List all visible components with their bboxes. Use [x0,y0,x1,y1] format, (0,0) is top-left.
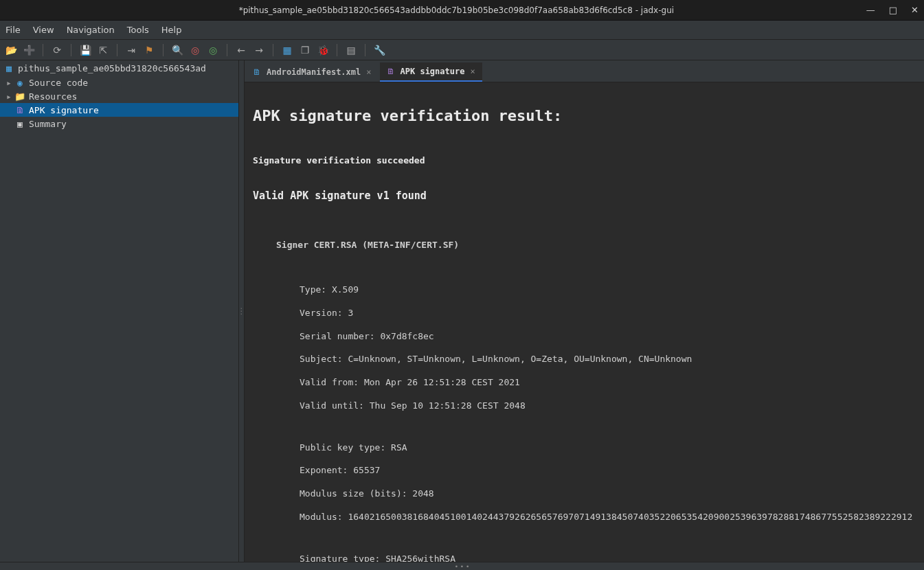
main-split: ▦ pithus_sample_ae05bbd31820c566543ad ▸ … [0,60,924,562]
key-line: Modulus size (bits): 2048 [253,488,916,500]
summary-icon: ▣ [14,119,26,129]
settings-icon[interactable]: 🔧 [372,43,386,57]
flag-icon[interactable]: ⚑ [142,43,156,57]
separator [273,44,273,56]
wrap-icon[interactable]: ❐ [298,43,312,57]
window-title: *pithus_sample_ae05bbd31820c566543addbb0… [47,5,866,15]
split-handle[interactable]: ⋮ [239,60,245,562]
key-line: Exponent: 65537 [253,465,916,477]
chevron-right-icon: ▸ [4,78,14,88]
log-icon[interactable]: ▤ [344,43,358,57]
tab-label: AndroidManifest.xml [267,67,361,77]
export-icon[interactable]: ⇱ [96,43,110,57]
chevron-right-icon: ▸ [4,91,14,102]
close-tab-icon[interactable]: × [470,67,475,76]
search-icon[interactable]: 🔍 [170,43,184,57]
menu-view[interactable]: View [33,25,54,35]
page-title: APK signature verification result: [253,106,916,126]
cert-line: Version: 3 [253,308,916,319]
menu-navigation[interactable]: Navigation [67,25,115,35]
tree-item-label: Source code [29,78,88,88]
key-line: Public key type: RSA [253,442,916,454]
deobf-icon[interactable]: ▦ [280,43,294,57]
separator [117,44,117,56]
signer-heading: Signer CERT.RSA (META-INF/CERT.SF) [253,240,916,251]
separator [163,44,164,56]
tab-android-manifest[interactable]: 🗎 AndroidManifest.xml × [246,62,379,82]
tree-item-label: Resources [29,91,77,102]
tree-item-label: Summary [29,119,67,129]
certificate-icon: 🗎 [387,67,395,76]
add-file-icon[interactable]: ➕ [22,43,36,57]
separator [43,44,43,56]
tree-item-label: APK signature [29,105,99,115]
editor-view[interactable]: APK signature verification result: Signa… [245,82,924,562]
minimize-button[interactable]: — [866,5,875,15]
target2-icon[interactable]: ◎ [206,43,220,57]
cert-line: Valid until: Thu Sep 10 12:51:28 CEST 20… [253,400,916,412]
toolbar: 📂 ➕ ⟳ 💾 ⇱ ⇥ ⚑ 🔍 ◎ ◎ ← → ▦ ❐ 🐞 ▤ 🔧 [0,40,924,60]
back-icon[interactable]: ← [234,43,248,57]
separator [71,44,71,56]
close-tab-icon[interactable]: × [366,67,371,77]
separator [365,44,365,56]
separator [337,44,337,56]
tree-item-summary[interactable]: ▣ Summary [0,117,238,130]
collapse-icon[interactable]: ⇥ [124,43,138,57]
separator [227,44,227,56]
close-window-button[interactable]: ✕ [911,5,919,15]
titlebar: *pithus_sample_ae05bbd31820c566543addbb0… [0,0,924,21]
save-icon[interactable]: 💾 [78,43,92,57]
app-icon: ▦ [3,63,15,73]
cert-line: Valid from: Mon Apr 26 12:51:28 CEST 202… [253,377,916,389]
target-icon[interactable]: ◎ [188,43,202,57]
open-file-icon[interactable]: 📂 [4,43,18,57]
manifest-icon: 🗎 [253,67,261,77]
maximize-button[interactable]: □ [889,5,897,15]
cert-line: Type: X.509 [253,284,916,296]
tree-root[interactable]: ▦ pithus_sample_ae05bbd31820c566543ad [0,60,238,76]
content-pane: 🗎 AndroidManifest.xml × 🗎 APK signature … [245,60,924,562]
menu-help[interactable]: Help [161,25,182,35]
forward-icon[interactable]: → [252,43,266,57]
bottom-split-handle[interactable]: • • • [0,562,924,570]
tab-apk-signature[interactable]: 🗎 APK signature × [380,62,482,82]
refresh-icon[interactable]: ⟳ [50,43,64,57]
package-icon: ◉ [14,78,26,88]
tree-item-source-code[interactable]: ▸ ◉ Source code [0,76,238,89]
verification-status: Signature verification succeeded [253,155,916,167]
project-tree: ▸ ◉ Source code ▸ 📁 Resources 🗎 APK sign… [0,76,238,130]
project-tree-panel: ▦ pithus_sample_ae05bbd31820c566543ad ▸ … [0,60,239,562]
valid-signature-heading: Valid APK signature v1 found [253,190,916,203]
tree-root-label: pithus_sample_ae05bbd31820c566543ad [18,63,206,73]
tree-item-apk-signature[interactable]: 🗎 APK signature [0,103,238,117]
tree-item-resources[interactable]: ▸ 📁 Resources [0,89,238,103]
cert-line: Serial number: 0x7d8fc8ec [253,331,916,343]
menu-tools[interactable]: Tools [127,25,149,35]
menu-file[interactable]: File [5,25,21,35]
key-line: Modulus: 1640216500381684045100140244379… [253,512,916,523]
sig-line: Signature type: SHA256withRSA [253,554,916,562]
certificate-icon: 🗎 [14,105,26,115]
menubar: File View Navigation Tools Help [0,21,924,40]
folder-icon: 📁 [14,91,26,102]
editor-tabbar: 🗎 AndroidManifest.xml × 🗎 APK signature … [245,60,924,82]
cert-line: Subject: C=Unknown, ST=Unknown, L=Unknow… [253,354,916,365]
bug-icon[interactable]: 🐞 [316,43,330,57]
tab-label: APK signature [401,67,465,76]
